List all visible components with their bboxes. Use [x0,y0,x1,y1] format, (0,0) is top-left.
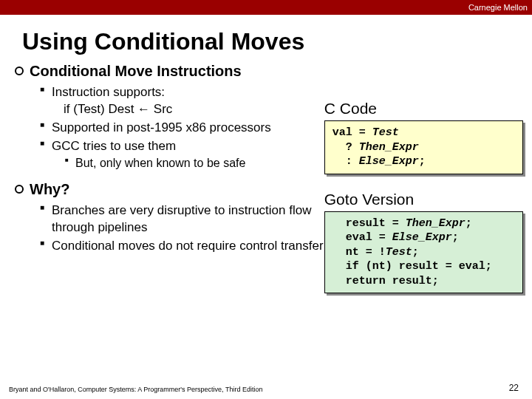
ccode-box: val = Test ? Then_Expr : Else_Expr; [324,120,523,174]
slide-title: Using Conditional Moves [22,28,532,55]
page-number: 22 [509,383,519,393]
s1-b2: Supported in post-1995 x86 processors [40,120,324,137]
g-l3a: nt = ! [332,246,386,259]
goto-title: Goto Version [324,191,523,208]
left-column: Conditional Move Instructions Instructio… [15,63,324,310]
g-l2a: eval = [332,231,392,244]
g-l3c: ; [412,246,419,259]
brand-text: Carnegie Mellon [468,3,528,12]
cc-l1b: Test [372,126,399,139]
section2-title: Why? [30,181,69,198]
cc-l3a: : [332,155,359,168]
bullet-circle-icon [15,66,24,75]
brand-bar: Carnegie Mellon [0,0,532,15]
right-column: C Code val = Test ? Then_Expr : Else_Exp… [324,63,523,310]
cc-l2b: Then_Expr [359,141,419,154]
s1-b3-text: GCC tries to use them [52,139,176,153]
s1-b1: Instruction supports: if (Test) Dest ← S… [40,84,324,118]
g-l1c: ; [466,217,472,230]
s1-b3-sublist: But, only when known to be safe [65,155,324,171]
g-l5: return result; [332,275,439,287]
g-l2b: Else_Expr [392,231,452,244]
g-l2c: ; [452,231,459,244]
cc-l1a: val = [332,126,372,139]
goto-box: result = Then_Expr; eval = Else_Expr; nt… [324,211,523,294]
content-area: Conditional Move Instructions Instructio… [0,63,532,310]
cc-l3b: Else_Expr [359,155,419,168]
s1-b1-indent: if (Test) Dest ← Src [64,101,324,118]
g-l4: if (nt) result = eval; [332,260,492,273]
section1-title: Conditional Move Instructions [30,63,242,80]
footer-text: Bryant and O'Hallaron, Computer Systems:… [9,386,262,393]
s2-b1: Branches are very disruptive to instruct… [40,202,324,236]
section2-list: Branches are very disruptive to instruct… [40,202,324,255]
s2-b2: Conditional moves do not require control… [40,238,324,255]
g-l1a: result = [332,217,406,230]
section1-list: Instruction supports: if (Test) Dest ← S… [40,84,324,171]
section1-header: Conditional Move Instructions [15,63,324,80]
s1-b3: GCC tries to use them But, only when kno… [40,138,324,171]
g-l3b: Test [386,246,412,259]
section2-header: Why? [15,181,324,198]
bullet-circle-icon [15,185,24,194]
s1-b3-sub: But, only when known to be safe [65,155,324,171]
cc-l3c: ; [419,155,426,168]
s1-b1-text: Instruction supports: [52,85,165,99]
cc-l2a: ? [332,141,359,154]
g-l1b: Then_Expr [406,217,466,230]
ccode-title: C Code [324,100,523,117]
